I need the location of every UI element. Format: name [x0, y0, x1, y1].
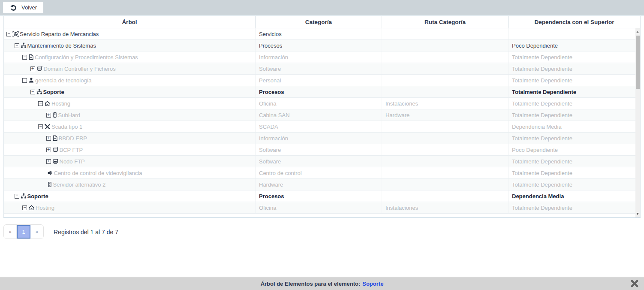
node-label: gerencia de tecnología	[35, 77, 92, 84]
footer-element-link[interactable]: Soporte	[362, 281, 383, 287]
sitemap-icon	[21, 193, 27, 199]
table-row[interactable]: − Configuración y Procedimientos Sistema…	[4, 51, 640, 63]
expand-toggle[interactable]: +	[46, 148, 51, 152]
collapse-toggle[interactable]: −	[15, 43, 19, 48]
collapse-toggle[interactable]: −	[38, 101, 43, 106]
collapse-toggle[interactable]: −	[22, 55, 27, 60]
categoria-cell: SCADA	[256, 121, 382, 132]
column-header-arbol[interactable]: Árbol	[4, 16, 256, 28]
dependencia-cell: Totalmente Dependiente	[509, 156, 640, 167]
table-row[interactable]: − Scada tipo 1 SCADA Dependencia Media	[4, 121, 640, 133]
tree-cell: + Nodo FTP	[4, 156, 256, 167]
table-row[interactable]: Centro de control de videovigilancia Cen…	[4, 167, 640, 179]
node-label: Soporte	[43, 89, 64, 95]
table-row[interactable]: − Mantenimiento de Sistemas Procesos Poc…	[4, 40, 640, 51]
table-row[interactable]: + BBDD ERP Información Totalmente Depend…	[4, 133, 640, 144]
categoria-cell: Software	[256, 144, 382, 155]
expand-toggle[interactable]: +	[46, 113, 51, 118]
dependencia-cell: Poco Dependiente	[509, 40, 640, 51]
table-row[interactable]: − Servicio Reparto de Mercancias Servici…	[4, 28, 640, 40]
ruta-categoria-cell	[382, 40, 509, 51]
records-info: Registros del 1 al 7 de 7	[54, 229, 118, 236]
table-row[interactable]: Servidor alternativo 2 Hardware Totalmen…	[4, 179, 640, 190]
table-row[interactable]: + Nodo FTP Software Totalmente Dependien…	[4, 156, 640, 167]
tree-cell: + Domain Controller y Ficheros	[4, 63, 256, 74]
ruta-categoria-cell	[382, 190, 509, 202]
collapse-toggle[interactable]: −	[38, 124, 43, 129]
collapse-toggle[interactable]: −	[6, 32, 11, 36]
tree-cell: + BBDD ERP	[4, 133, 256, 144]
vertical-scrollbar[interactable]	[635, 28, 640, 218]
categoria-cell: Centro de control	[256, 167, 382, 178]
table-header: Árbol Categoría Ruta Categoría Dependenc…	[4, 16, 640, 28]
ruta-categoria-cell	[382, 63, 509, 74]
table-row[interactable]: − Soporte Procesos Totalmente Dependient…	[4, 86, 640, 98]
ruta-categoria-cell	[382, 121, 509, 132]
tree-cell: − Soporte	[4, 86, 256, 97]
collapse-toggle[interactable]: −	[30, 90, 35, 94]
table-row[interactable]: + BCP FTP Software Poco Dependiente	[4, 144, 640, 156]
tree-cell: − Mantenimiento de Sistemas	[4, 40, 256, 51]
expand-toggle[interactable]: +	[30, 66, 35, 71]
first-page-button[interactable]: «	[4, 225, 17, 239]
collapse-toggle[interactable]: −	[15, 194, 19, 199]
ruta-categoria-cell: Instalaciones	[382, 202, 509, 213]
software-icon	[52, 158, 59, 164]
ruta-categoria-cell: Hardware	[382, 109, 509, 121]
expand-toggle[interactable]: +	[46, 159, 51, 164]
column-header-categoria[interactable]: Categoría	[256, 16, 382, 28]
table-row[interactable]: − gerencia de tecnología Personal Totalm…	[4, 75, 640, 86]
tree-cell: + SubHard	[4, 109, 256, 121]
column-header-dependencia[interactable]: Dependencia con el Superior	[509, 16, 640, 28]
page-1-button[interactable]: 1	[17, 225, 30, 239]
ruta-categoria-cell	[382, 133, 509, 144]
close-icon	[630, 279, 639, 288]
ruta-categoria-cell	[382, 179, 509, 190]
node-label: Soporte	[27, 193, 48, 199]
footer-caption: Árbol de Elementos para el elemento:	[261, 281, 361, 287]
close-button[interactable]	[630, 279, 639, 288]
person-icon	[28, 77, 34, 83]
categoria-cell: Personal	[256, 75, 382, 86]
dependencia-cell: Dependencia Media	[509, 121, 640, 132]
collapse-toggle[interactable]: −	[22, 78, 27, 83]
categoria-cell: Información	[256, 133, 382, 144]
scroll-up-arrow-icon[interactable]	[636, 31, 639, 33]
ruta-categoria-cell: Instalaciones	[382, 98, 509, 109]
table-body: − Servicio Reparto de Mercancias Servici…	[4, 28, 640, 218]
ruta-categoria-cell	[382, 51, 509, 63]
column-header-ruta-categoria[interactable]: Ruta Categoría	[382, 16, 509, 28]
table-row[interactable]: + SubHard Cabina SAN Hardware Totalmente…	[4, 109, 640, 121]
table-row[interactable]: + Domain Controller y Ficheros Software …	[4, 63, 640, 75]
dependencia-cell: Totalmente Dependiente	[509, 63, 640, 74]
ruta-categoria-cell	[382, 86, 509, 97]
dependencia-cell	[509, 28, 640, 39]
ruta-categoria-cell	[382, 144, 509, 155]
last-page-button[interactable]: »	[30, 225, 43, 239]
tree-cell: Servidor alternativo 2	[4, 179, 256, 190]
node-label: Hosting	[36, 205, 54, 211]
scrollbar-thumb[interactable]	[636, 36, 640, 89]
categoria-cell: Software	[256, 156, 382, 167]
dependencia-cell: Totalmente Dependiente	[509, 109, 640, 121]
footer-bar: Árbol de Elementos para el elemento: Sop…	[0, 277, 644, 290]
collapse-toggle[interactable]: −	[22, 205, 27, 210]
dependencia-cell: Poco Dependiente	[509, 144, 640, 155]
categoria-cell: Procesos	[256, 40, 382, 51]
ruta-categoria-cell	[382, 156, 509, 167]
table-row[interactable]: − Soporte Procesos Dependencia Media	[4, 190, 640, 202]
node-label: Servidor alternativo 2	[53, 181, 106, 188]
expand-toggle[interactable]: +	[46, 136, 51, 141]
node-label: Mantenimiento de Sistemas	[27, 42, 96, 49]
node-label: Servicio Reparto de Mercancias	[20, 31, 99, 37]
tree-cell: − Servicio Reparto de Mercancias	[4, 28, 256, 39]
table-row[interactable]: − Hosting Oficina Instalaciones Totalmen…	[4, 98, 640, 109]
table-row[interactable]: − Hosting Oficina Instalaciones Totalmen…	[4, 202, 640, 214]
scroll-down-arrow-icon[interactable]	[636, 213, 639, 215]
volver-button[interactable]: Volver	[3, 2, 43, 13]
node-label: BCP FTP	[60, 147, 83, 153]
home-icon	[28, 205, 35, 211]
tree-table: Árbol Categoría Ruta Categoría Dependenc…	[3, 16, 641, 218]
tree-cell: − Scada tipo 1	[4, 121, 256, 132]
dependencia-cell: Dependencia Media	[509, 190, 640, 202]
